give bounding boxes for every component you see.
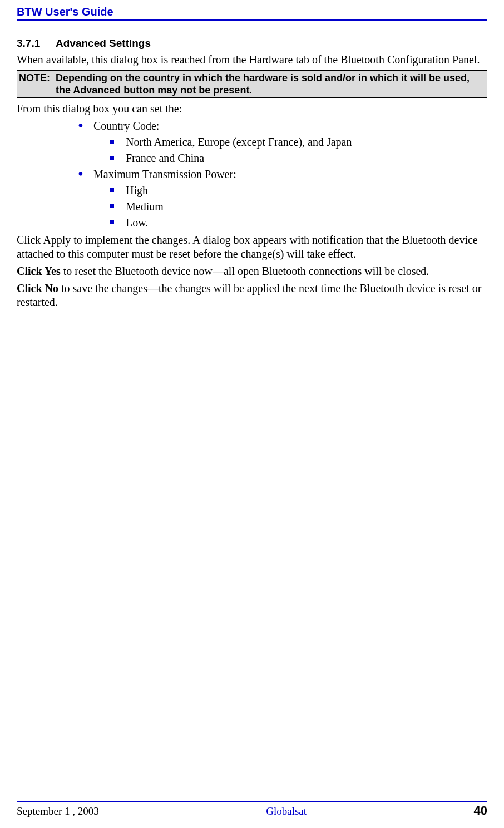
section-heading: 3.7.1 Advanced Settings — [17, 37, 487, 50]
footer-date: September 1 , 2003 — [17, 805, 99, 817]
sub-list-item: France and China — [110, 151, 487, 165]
sub-list: High Medium Low. — [93, 184, 487, 230]
note-box: NOTE: Depending on the country in which … — [17, 70, 487, 98]
sub-list: North America, Europe (except France), a… — [93, 135, 487, 165]
click-no-bold: Click No — [17, 282, 58, 294]
top-list: Country Code: North America, Europe (exc… — [56, 119, 487, 230]
click-yes-rest: to reset the Bluetooth device now—all op… — [61, 265, 429, 277]
section-number: 3.7.1 — [17, 37, 56, 50]
footer-row: September 1 , 2003 Globalsat 40 — [17, 804, 487, 818]
header-rule — [17, 19, 487, 21]
click-no-rest: to save the changes—the changes will be … — [17, 282, 481, 308]
section-title: Advanced Settings — [56, 37, 487, 50]
footer-center: Globalsat — [266, 805, 307, 817]
list-item-label: Maximum Transmission Power: — [93, 168, 236, 180]
list-item: Country Code: North America, Europe (exc… — [78, 119, 487, 165]
footer-page-number: 40 — [474, 804, 487, 818]
click-yes-bold: Click Yes — [17, 265, 61, 277]
from-text: From this dialog box you can set the: — [17, 102, 487, 116]
sub-list-item: High — [110, 184, 487, 198]
header-title: BTW User's Guide — [17, 6, 487, 18]
note-text: Depending on the country in which the ha… — [56, 72, 485, 96]
note-label: NOTE: — [19, 72, 56, 96]
page: BTW User's Guide 3.7.1 Advanced Settings… — [0, 0, 504, 309]
options-block: Country Code: North America, Europe (exc… — [56, 119, 487, 230]
apply-paragraph: Click Apply to implement the changes. A … — [17, 233, 487, 261]
click-yes-paragraph: Click Yes to reset the Bluetooth device … — [17, 264, 487, 278]
click-no-paragraph: Click No to save the changes—the changes… — [17, 282, 487, 309]
intro-paragraph: When available, this dialog box is reach… — [17, 53, 487, 67]
sub-list-item: Medium — [110, 200, 487, 214]
list-item-label: Country Code: — [93, 120, 159, 132]
sub-list-item: North America, Europe (except France), a… — [110, 135, 487, 149]
list-item: Maximum Transmission Power: High Medium … — [78, 167, 487, 230]
footer: September 1 , 2003 Globalsat 40 — [17, 801, 487, 818]
sub-list-item: Low. — [110, 216, 487, 230]
footer-rule — [17, 801, 487, 802]
